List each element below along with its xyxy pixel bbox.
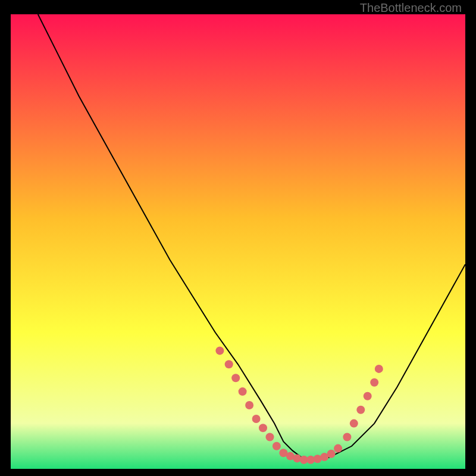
highlight-dot (239, 387, 247, 396)
highlight-dot (252, 415, 261, 423)
watermark-label: TheBottleneck.com (360, 1, 462, 15)
chart-frame: TheBottleneck.com (11, 0, 465, 476)
highlight-dot (273, 442, 281, 450)
highlight-dot (350, 419, 358, 428)
highlight-dot (225, 360, 233, 368)
highlight-dot (334, 444, 342, 453)
highlight-dot (245, 401, 253, 409)
highlight-dot (231, 374, 240, 382)
highlight-dot (375, 365, 383, 373)
highlight-dot (356, 406, 365, 414)
bottleneck-chart (11, 14, 465, 469)
gradient-background (11, 14, 465, 469)
plot-area (11, 14, 465, 469)
highlight-dot (266, 433, 274, 441)
highlight-dot (364, 392, 372, 400)
highlight-dot (259, 424, 267, 432)
highlight-dot (343, 433, 351, 441)
highlight-dot (215, 346, 224, 355)
highlight-dot (327, 450, 336, 458)
highlight-dot (370, 378, 378, 387)
